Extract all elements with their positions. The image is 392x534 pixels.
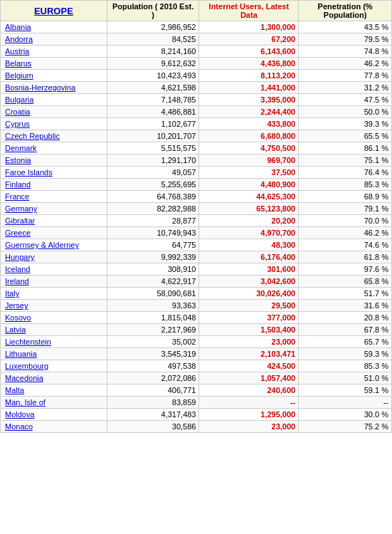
country-cell[interactable]: Iceland	[1, 263, 107, 276]
europe-header[interactable]: EUROPE	[1, 1, 107, 21]
internet-cell: 240,600	[199, 384, 299, 397]
population-cell: 2,986,952	[107, 21, 199, 33]
internet-cell: 6,143,600	[199, 46, 299, 58]
country-cell[interactable]: France	[1, 191, 107, 203]
country-cell[interactable]: Andorra	[1, 33, 107, 46]
country-cell[interactable]: Liechtenstein	[1, 336, 107, 348]
country-cell[interactable]: Czech Republic	[1, 130, 107, 142]
internet-cell: 1,503,400	[199, 324, 299, 336]
europe-internet-table: EUROPE Population ( 2010 Est. ) Internet…	[0, 0, 392, 433]
country-cell[interactable]: Latvia	[1, 324, 107, 336]
country-cell[interactable]: Estonia	[1, 155, 107, 167]
country-cell[interactable]: Italy	[1, 288, 107, 300]
country-cell[interactable]: Austria	[1, 46, 107, 58]
country-cell[interactable]: Bosnia-Herzegovina	[1, 82, 107, 94]
penetration-cell: 75.1 %	[299, 155, 392, 167]
population-cell: 8,214,160	[107, 46, 199, 58]
internet-cell: 4,436,800	[199, 58, 299, 70]
penetration-cell: 79.5 %	[299, 33, 392, 46]
internet-cell: 37,500	[199, 167, 299, 179]
country-cell[interactable]: Cyprus	[1, 118, 107, 130]
table-row: Estonia1,291,170969,70075.1 %	[1, 155, 392, 167]
country-cell[interactable]: Faroe Islands	[1, 167, 107, 179]
penetration-cell: 76.4 %	[299, 167, 392, 179]
population-cell: 5,515,575	[107, 142, 199, 155]
penetration-cell: 74.8 %	[299, 46, 392, 58]
country-cell[interactable]: Greece	[1, 227, 107, 239]
table-row: Liechtenstein35,00223,00065.7 %	[1, 336, 392, 348]
country-cell[interactable]: Croatia	[1, 106, 107, 118]
country-cell[interactable]: Albania	[1, 21, 107, 33]
internet-cell: 23,000	[199, 421, 299, 433]
internet-cell: 1,057,400	[199, 372, 299, 384]
country-cell[interactable]: Malta	[1, 384, 107, 397]
table-row: Germany82,282,98865,123,80079.1 %	[1, 203, 392, 215]
population-cell: 7,148,785	[107, 94, 199, 106]
table-row: Kosovo1,815,048377,00020.8 %	[1, 312, 392, 324]
population-cell: 35,002	[107, 336, 199, 348]
country-cell[interactable]: Macedonia	[1, 372, 107, 384]
penetration-cell: 67.8 %	[299, 324, 392, 336]
internet-cell: 30,026,400	[199, 288, 299, 300]
country-cell[interactable]: Ireland	[1, 276, 107, 288]
country-cell[interactable]: Lithuania	[1, 348, 107, 360]
country-cell[interactable]: Bulgaria	[1, 94, 107, 106]
country-cell[interactable]: Belgium	[1, 70, 107, 82]
internet-cell: 29,500	[199, 300, 299, 312]
penetration-cell: 61.8 %	[299, 251, 392, 263]
internet-cell: 3,042,600	[199, 276, 299, 288]
country-cell[interactable]: Man, Isle of	[1, 397, 107, 409]
country-cell[interactable]: Luxembourg	[1, 360, 107, 372]
table-row: Finland5,255,6954,480,90085.3 %	[1, 179, 392, 191]
table-row: France64,768,38944,625,30068.9 %	[1, 191, 392, 203]
country-cell[interactable]: Denmark	[1, 142, 107, 155]
penetration-cell: 50.0 %	[299, 106, 392, 118]
country-cell[interactable]: Guernsey & Alderney	[1, 239, 107, 251]
penetration-cell: 70.0 %	[299, 215, 392, 227]
internet-cell: 20,200	[199, 215, 299, 227]
population-cell: 1,102,677	[107, 118, 199, 130]
country-cell[interactable]: Finland	[1, 179, 107, 191]
internet-cell: 8,113,200	[199, 70, 299, 82]
internet-cell: 433,800	[199, 118, 299, 130]
country-cell[interactable]: Gibraltar	[1, 215, 107, 227]
population-cell: 4,317,483	[107, 409, 199, 421]
internet-cell: 4,750,500	[199, 142, 299, 155]
country-cell[interactable]: Monaco	[1, 421, 107, 433]
internet-header: Internet Users, Latest Data	[199, 1, 299, 21]
population-header: Population ( 2010 Est. )	[107, 1, 199, 21]
table-row: Faroe Islands49,05737,50076.4 %	[1, 167, 392, 179]
population-cell: 10,423,493	[107, 70, 199, 82]
country-cell[interactable]: Jersey	[1, 300, 107, 312]
table-row: Cyprus1,102,677433,80039.3 %	[1, 118, 392, 130]
country-cell[interactable]: Kosovo	[1, 312, 107, 324]
country-cell[interactable]: Germany	[1, 203, 107, 215]
population-cell: 1,815,048	[107, 312, 199, 324]
internet-cell: 969,700	[199, 155, 299, 167]
population-cell: 308,910	[107, 263, 199, 276]
penetration-cell: 31.2 %	[299, 82, 392, 94]
table-row: Italy58,090,68130,026,40051.7 %	[1, 288, 392, 300]
population-cell: 497,538	[107, 360, 199, 372]
table-row: Gibraltar28,87720,20070.0 %	[1, 215, 392, 227]
country-cell[interactable]: Hungary	[1, 251, 107, 263]
penetration-cell: 85.3 %	[299, 179, 392, 191]
internet-cell: 4,480,900	[199, 179, 299, 191]
table-row: Denmark5,515,5754,750,50086.1 %	[1, 142, 392, 155]
population-cell: 406,771	[107, 384, 199, 397]
table-row: Greece10,749,9434,970,70046.2 %	[1, 227, 392, 239]
country-cell[interactable]: Belarus	[1, 58, 107, 70]
internet-cell: 1,441,000	[199, 82, 299, 94]
table-row: Czech Republic10,201,7076,680,80065.5 %	[1, 130, 392, 142]
population-cell: 49,057	[107, 167, 199, 179]
penetration-cell: 86.1 %	[299, 142, 392, 155]
internet-cell: --	[199, 397, 299, 409]
penetration-cell: 39.3 %	[299, 118, 392, 130]
table-row: Austria8,214,1606,143,60074.8 %	[1, 46, 392, 58]
table-row: Macedonia2,072,0861,057,40051.0 %	[1, 372, 392, 384]
table-row: Albania2,986,9521,300,00043.5 %	[1, 21, 392, 33]
population-cell: 9,612,632	[107, 58, 199, 70]
country-cell[interactable]: Moldova	[1, 409, 107, 421]
penetration-cell: --	[299, 397, 392, 409]
population-cell: 3,545,319	[107, 348, 199, 360]
